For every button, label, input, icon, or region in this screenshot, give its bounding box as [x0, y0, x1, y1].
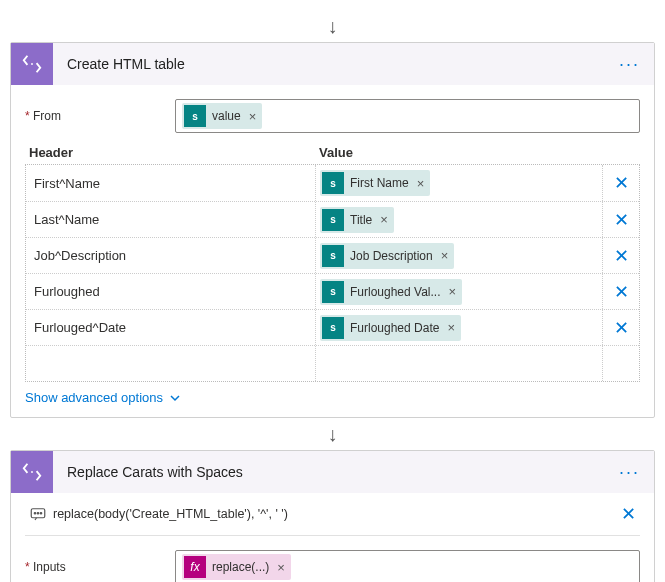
- card-body: * From s value × Header Value First^Name: [11, 85, 654, 417]
- header-column-label: Header: [29, 145, 319, 160]
- value-column-label: Value: [319, 145, 636, 160]
- chip-remove-icon[interactable]: ×: [378, 212, 394, 227]
- show-advanced-options-link[interactable]: Show advanced options: [25, 382, 181, 409]
- svg-point-3: [34, 513, 36, 515]
- hv-table: First^Name s First Name × ✕ Last^Name: [25, 164, 640, 382]
- delete-row-icon[interactable]: ✕: [614, 172, 629, 194]
- connector-arrow: ↓: [10, 418, 655, 450]
- value-chip[interactable]: s Furloughed Date ×: [320, 315, 461, 341]
- chip-remove-icon[interactable]: ×: [445, 320, 461, 335]
- table-row: Furlouged^Date s Furloughed Date × ✕: [26, 309, 639, 345]
- chip-label: Title: [350, 213, 378, 227]
- sharepoint-icon: s: [322, 172, 344, 194]
- chip-label: Job Description: [350, 249, 439, 263]
- chip-remove-icon[interactable]: ×: [247, 109, 263, 124]
- delete-row-icon[interactable]: ✕: [614, 317, 629, 339]
- value-chip[interactable]: s First Name ×: [320, 170, 430, 196]
- table-row: Furloughed s Furloughed Val... × ✕: [26, 273, 639, 309]
- columns-table: Header Value First^Name s First Name × ✕: [25, 145, 640, 382]
- header-cell[interactable]: Furlouged^Date: [26, 310, 316, 345]
- value-chip[interactable]: s value ×: [182, 103, 262, 129]
- sharepoint-icon: s: [322, 209, 344, 231]
- value-chip[interactable]: s Furloughed Val... ×: [320, 279, 462, 305]
- table-row: First^Name s First Name × ✕: [26, 165, 639, 201]
- card-title: Create HTML table: [53, 56, 605, 72]
- svg-point-1: [31, 471, 33, 473]
- value-chip[interactable]: s Job Description ×: [320, 243, 454, 269]
- data-operations-icon: [11, 43, 53, 85]
- table-row: Last^Name s Title × ✕: [26, 201, 639, 237]
- delete-row-icon[interactable]: ✕: [614, 281, 629, 303]
- value-cell[interactable]: s Job Description ×: [316, 238, 603, 273]
- value-cell[interactable]: s Furloughed Date ×: [316, 310, 603, 345]
- header-cell[interactable]: First^Name: [26, 165, 316, 201]
- value-chip[interactable]: s Title ×: [320, 207, 394, 233]
- sharepoint-icon: s: [322, 317, 344, 339]
- inputs-label: * Inputs: [25, 560, 175, 574]
- chip-label: First Name: [350, 176, 415, 190]
- chip-remove-icon[interactable]: ×: [447, 284, 463, 299]
- card-header[interactable]: Replace Carats with Spaces ···: [11, 451, 654, 493]
- sharepoint-icon: s: [322, 245, 344, 267]
- expression-chip[interactable]: fx replace(...) ×: [182, 554, 291, 580]
- chip-remove-icon[interactable]: ×: [439, 248, 455, 263]
- table-row-empty: [26, 345, 639, 381]
- peek-code-row: replace(body('Create_HTML_table'), '^', …: [25, 493, 640, 536]
- from-label: * From: [25, 109, 175, 123]
- delete-row-icon[interactable]: ✕: [614, 245, 629, 267]
- value-cell[interactable]: s Furloughed Val... ×: [316, 274, 603, 309]
- from-input[interactable]: s value ×: [175, 99, 640, 133]
- connector-arrow-top: ↓: [10, 10, 655, 42]
- chevron-down-icon: [169, 392, 181, 404]
- message-icon: [29, 505, 53, 523]
- expression-text: replace(body('Create_HTML_table'), '^', …: [53, 507, 621, 521]
- chip-label: value: [212, 109, 247, 123]
- chip-label: replace(...): [212, 560, 275, 574]
- clear-icon[interactable]: ✕: [621, 504, 636, 524]
- svg-point-0: [31, 63, 33, 65]
- value-cell[interactable]: s First Name ×: [316, 165, 603, 201]
- header-cell[interactable]: Furloughed: [26, 274, 316, 309]
- header-cell[interactable]: [26, 346, 316, 381]
- replace-carats-card: Replace Carats with Spaces ··· replace(b…: [10, 450, 655, 582]
- chip-label: Furloughed Val...: [350, 285, 447, 299]
- value-cell[interactable]: s Title ×: [316, 202, 603, 237]
- card-title: Replace Carats with Spaces: [53, 464, 605, 480]
- card-header[interactable]: Create HTML table ···: [11, 43, 654, 85]
- chip-remove-icon[interactable]: ×: [275, 560, 291, 575]
- table-row: Job^Description s Job Description × ✕: [26, 237, 639, 273]
- value-cell[interactable]: [316, 346, 603, 381]
- header-cell[interactable]: Job^Description: [26, 238, 316, 273]
- header-cell[interactable]: Last^Name: [26, 202, 316, 237]
- fx-icon: fx: [184, 556, 206, 578]
- svg-point-5: [40, 513, 42, 515]
- chip-label: Furloughed Date: [350, 321, 445, 335]
- svg-point-4: [37, 513, 39, 515]
- sharepoint-icon: s: [184, 105, 206, 127]
- inputs-field[interactable]: fx replace(...) ×: [175, 550, 640, 582]
- delete-row-icon[interactable]: ✕: [614, 209, 629, 231]
- sharepoint-icon: s: [322, 281, 344, 303]
- chip-remove-icon[interactable]: ×: [415, 176, 431, 191]
- create-html-table-card: Create HTML table ··· * From s value × H…: [10, 42, 655, 418]
- data-operations-icon: [11, 451, 53, 493]
